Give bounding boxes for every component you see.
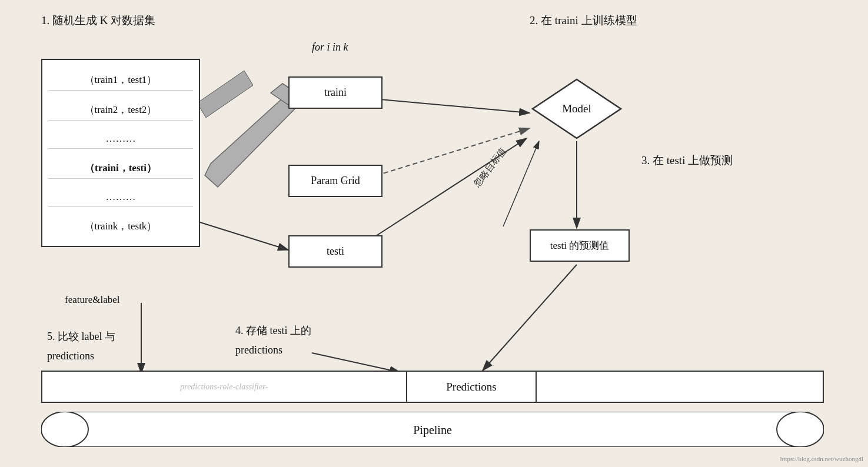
step4-label: 4. 存储 testi 上的 bbox=[235, 323, 311, 338]
svg-point-18 bbox=[777, 412, 824, 447]
pair-2: （train2，test2） bbox=[48, 99, 193, 121]
predictions-center-segment: Predictions bbox=[407, 372, 537, 402]
pair-k: （traink，testk） bbox=[48, 216, 193, 236]
step5b-label: predictions bbox=[47, 350, 94, 362]
pair-dots-2: ……… bbox=[48, 188, 193, 207]
svg-marker-4 bbox=[205, 93, 299, 187]
model-diamond: Model bbox=[530, 76, 624, 141]
svg-line-6 bbox=[200, 222, 288, 250]
traini-box: traini bbox=[288, 76, 383, 109]
predictions-left-segment: predictions-role-classifier- bbox=[42, 372, 407, 402]
pair-dots-1: ……… bbox=[48, 129, 193, 149]
watermark: https://blog.csdn.net/wuzhongdl bbox=[780, 455, 863, 462]
svg-marker-3 bbox=[197, 71, 253, 118]
step5-label: 5. 比较 label 与 bbox=[47, 329, 115, 343]
svg-line-14 bbox=[312, 353, 400, 372]
testi-pred-box: testi 的预测值 bbox=[530, 229, 630, 262]
ignore-label: 忽略目标值 bbox=[471, 145, 510, 190]
diagram-container: 1. 随机生成 K 对数据集 （train1，test1） （train2，te… bbox=[0, 0, 868, 467]
predictions-text: Predictions bbox=[446, 381, 497, 393]
pipeline-cylinder: Pipeline bbox=[41, 412, 824, 447]
svg-text:Pipeline: Pipeline bbox=[413, 423, 452, 437]
svg-marker-15 bbox=[533, 79, 621, 138]
param-grid-box: Param Grid bbox=[288, 165, 383, 197]
dataset-list-box: （train1，test1） （train2，test2） ……… （train… bbox=[41, 59, 200, 247]
svg-point-17 bbox=[41, 412, 88, 447]
pair-1: （train1，test1） bbox=[48, 69, 193, 91]
for-i-in-k-label: for i in k bbox=[312, 41, 348, 54]
step4b-label: predictions bbox=[235, 344, 282, 356]
step3-label: 3. 在 testi 上做预测 bbox=[641, 153, 733, 168]
predictions-bar: predictions-role-classifier- Predictions bbox=[41, 371, 824, 403]
testi-box: testi bbox=[288, 235, 383, 268]
pair-i: （traini，testi） bbox=[48, 158, 193, 179]
svg-line-12 bbox=[483, 265, 577, 371]
feature-label-text: feature&label bbox=[65, 294, 119, 306]
predictions-right-segment bbox=[537, 372, 823, 402]
step1-label: 1. 随机生成 K 对数据集 bbox=[41, 13, 155, 28]
step2-label: 2. 在 traini 上训练模型 bbox=[530, 13, 637, 28]
